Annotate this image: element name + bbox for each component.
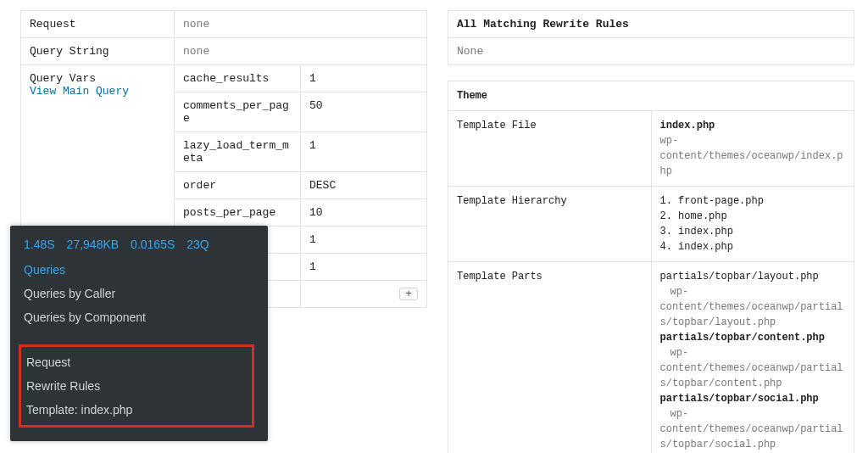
tpl-file-label: Template File	[448, 111, 652, 187]
part-block: partials/topbar/content.php wp- content/…	[660, 330, 846, 391]
part-pre: wp-	[660, 408, 689, 420]
expand-button[interactable]: +	[399, 288, 418, 300]
template-parts-row: Template Parts partials/topbar/layout.ph…	[448, 262, 854, 454]
tpl-hier-label: Template Hierarchy	[448, 187, 652, 262]
var-val: 1	[301, 226, 427, 254]
var-val: 1	[301, 65, 427, 92]
theme-panel: All Matching Rewrite Rules None Theme Te…	[448, 10, 854, 443]
var-name: comments_per_page	[175, 92, 301, 132]
menu-queries-by-caller[interactable]: Queries by Caller	[24, 287, 254, 300]
var-val: 50	[301, 92, 427, 132]
menu-queries[interactable]: Queries	[24, 263, 254, 277]
menu-template[interactable]: Template: index.php	[26, 403, 248, 417]
part-path: content/themes/oceanwp/partials/topbar/l…	[660, 301, 843, 328]
row-label: Request	[21, 11, 175, 38]
hier-item: 4. index.php	[660, 239, 846, 254]
stat-time: 1.48S	[24, 238, 55, 251]
template-file-row: Template File index.php wp-content/theme…	[448, 111, 854, 187]
part-bold: partials/topbar/content.php	[660, 332, 825, 344]
qm-stats: 1.48S 27,948KB 0.0165S 23Q	[24, 238, 254, 251]
var-val: DESC	[301, 172, 427, 199]
queryvars-row: Query Vars View Main Query cache_results…	[21, 65, 427, 92]
var-name: posts_per_page	[175, 199, 301, 226]
var-val: 1	[301, 132, 427, 172]
rewrite-table: All Matching Rewrite Rules None	[448, 10, 854, 65]
stat-memory: 27,948KB	[67, 238, 120, 251]
stat-queries: 23Q	[186, 238, 209, 251]
part-pre: wp-	[660, 347, 689, 359]
hier-item: 3. index.php	[660, 224, 846, 239]
footer-action: +	[301, 281, 427, 308]
queryvars-label: Query Vars	[30, 72, 165, 85]
part-bold: partials/topbar/layout.php	[660, 271, 819, 282]
view-main-query-link[interactable]: View Main Query	[30, 85, 165, 98]
theme-title: Theme	[448, 81, 854, 111]
tpl-file-name: index.php	[660, 120, 715, 131]
part-block: partials/topbar/layout.php wp- content/t…	[660, 269, 846, 330]
theme-table: Theme Template File index.php wp-content…	[448, 81, 854, 453]
hier-item: 2. home.php	[660, 209, 846, 224]
part-bold: partials/topbar/social.php	[660, 393, 819, 405]
row-value: none	[175, 38, 427, 65]
tpl-file-value: index.php wp-content/themes/oceanwp/inde…	[651, 111, 854, 187]
part-block: partials/topbar/social.php wp- content/t…	[660, 391, 846, 452]
query-monitor-popup: 1.48S 27,948KB 0.0165S 23Q Queries Queri…	[10, 226, 268, 441]
var-val: 1	[301, 254, 427, 281]
row-label: Query String	[21, 38, 175, 65]
menu-rewrite-rules[interactable]: Rewrite Rules	[26, 379, 248, 393]
template-hierarchy-row: Template Hierarchy 1. front-page.php 2. …	[448, 187, 854, 262]
hier-item: 1. front-page.php	[660, 193, 846, 209]
tpl-parts-label: Template Parts	[448, 262, 652, 454]
var-name: order	[175, 172, 301, 199]
row-value: none	[175, 11, 427, 38]
tpl-parts-values: partials/topbar/layout.php wp- content/t…	[651, 262, 854, 454]
rewrite-body: None	[448, 38, 854, 65]
menu-queries-by-component[interactable]: Queries by Component	[24, 310, 254, 324]
part-pre: wp-	[660, 286, 689, 298]
part-path: content/themes/oceanwp/partials/topbar/s…	[660, 423, 843, 450]
querystring-row: Query String none	[21, 38, 427, 65]
qm-menu: Queries Queries by Caller Queries by Com…	[24, 263, 254, 428]
tpl-file-path: wp-content/themes/oceanwp/index.php	[660, 135, 843, 177]
menu-request[interactable]: Request	[26, 355, 248, 369]
var-name: lazy_load_term_meta	[175, 132, 301, 172]
request-row: Request none	[21, 11, 427, 38]
rewrite-title: All Matching Rewrite Rules	[448, 11, 854, 38]
stat-db-time: 0.0165S	[131, 238, 175, 251]
part-path: content/themes/oceanwp/partials/topbar/c…	[660, 362, 843, 389]
highlighted-menu-group: Request Rewrite Rules Template: index.ph…	[19, 344, 254, 428]
tpl-hier-values: 1. front-page.php 2. home.php 3. index.p…	[651, 187, 854, 262]
var-name: cache_results	[175, 65, 301, 92]
var-val: 10	[301, 199, 427, 226]
